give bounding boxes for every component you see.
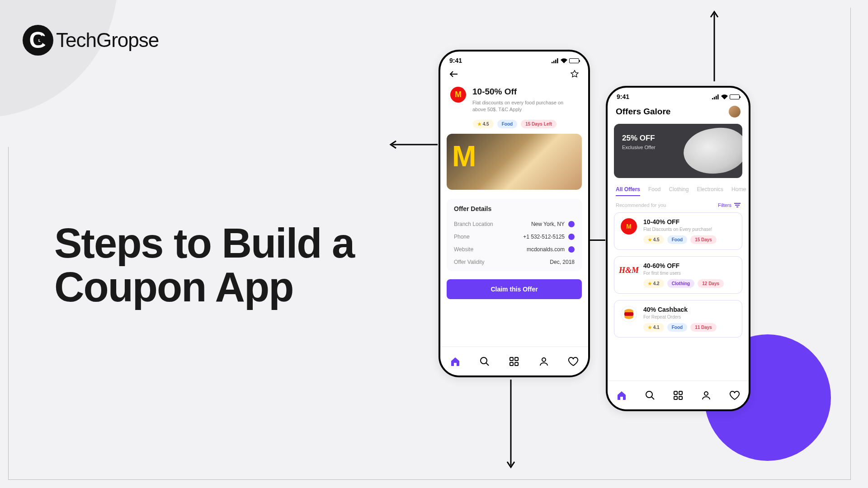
svg-rect-24 xyxy=(624,312,633,316)
card-title: 40% Cashback xyxy=(643,306,736,313)
category-chip: Food xyxy=(667,323,687,332)
brand-logo: G TechGropse xyxy=(23,25,159,56)
arrow-down-icon xyxy=(506,380,515,470)
svg-line-26 xyxy=(651,397,654,399)
svg-line-9 xyxy=(486,363,489,366)
status-icons xyxy=(712,94,740,99)
offer-card[interactable]: 40% Cashback For Repeat Orders 4.1 Food … xyxy=(614,300,742,338)
offer-hero-image: M xyxy=(447,134,582,190)
tab-all-offers[interactable]: All Offers xyxy=(616,186,640,196)
wifi-icon xyxy=(721,94,728,99)
tab-home[interactable]: Home xyxy=(731,186,746,196)
status-time: 9:41 xyxy=(449,57,462,64)
offer-details-card: Offer Details Branch LocationNew York, N… xyxy=(447,199,582,271)
svg-rect-28 xyxy=(679,391,682,394)
status-icons xyxy=(552,58,579,63)
svg-rect-11 xyxy=(515,357,518,361)
back-icon[interactable] xyxy=(449,70,458,80)
search-icon[interactable] xyxy=(479,356,490,367)
offer-chips: 4.5 Food 15 Days Left xyxy=(440,118,588,134)
bottom-tabbar xyxy=(440,347,588,375)
claim-offer-button[interactable]: Claim this Offer xyxy=(447,279,582,299)
offer-subtitle: Flat discounts on every food purchase on… xyxy=(472,99,567,113)
svg-rect-13 xyxy=(515,362,518,366)
signal-icon xyxy=(712,94,719,99)
signal-icon xyxy=(552,58,559,63)
link-icon[interactable] xyxy=(568,246,575,253)
tab-electronics[interactable]: Electronics xyxy=(697,186,723,196)
svg-point-25 xyxy=(646,391,652,398)
expiry-chip: 11 Days xyxy=(690,323,717,332)
headline-line-1: Steps to Build a xyxy=(54,221,354,265)
detail-value: mcdonalds.com xyxy=(527,246,565,253)
screen-topbar xyxy=(440,66,588,87)
phone-icon[interactable] xyxy=(568,234,575,240)
svg-rect-30 xyxy=(679,396,682,399)
svg-rect-4 xyxy=(553,61,555,63)
svg-rect-27 xyxy=(674,391,677,394)
category-chip: Food xyxy=(667,235,687,244)
detail-value: +1 532-512-5125 xyxy=(523,234,565,240)
card-subtitle: Flat Discounts on Every purchase! xyxy=(643,227,736,232)
banner-image xyxy=(681,124,742,178)
grid-icon[interactable] xyxy=(673,390,684,401)
svg-point-31 xyxy=(704,392,708,395)
rating-chip: 4.5 xyxy=(473,120,494,128)
location-icon[interactable] xyxy=(568,221,575,227)
rating-chip: 4.2 xyxy=(643,279,664,288)
phone-offers-list: 9:41 Offers Galore 25% OFF Exclusive Off… xyxy=(606,86,750,411)
detail-value: Dec, 2018 xyxy=(550,259,575,265)
status-bar: 9:41 xyxy=(608,88,749,102)
expiry-chip: 15 Days Left xyxy=(521,120,557,128)
offer-card[interactable]: M 10-40% OFF Flat Discounts on Every pur… xyxy=(614,212,742,250)
tab-food[interactable]: Food xyxy=(648,186,660,196)
details-heading: Offer Details xyxy=(454,205,575,212)
svg-point-8 xyxy=(481,357,487,364)
phone-offer-detail: 9:41 M 10-50% Off Flat discounts on ever… xyxy=(439,50,590,377)
logo-mark: G xyxy=(23,25,53,56)
battery-icon xyxy=(569,58,579,63)
svg-rect-16 xyxy=(714,97,715,99)
svg-point-14 xyxy=(542,358,546,361)
svg-rect-17 xyxy=(716,96,717,99)
detail-label: Phone xyxy=(454,234,470,240)
rating-chip: 4.5 xyxy=(643,235,664,244)
offer-card[interactable]: H&M 40-60% OFF For first time users 4.2 … xyxy=(614,256,742,294)
bottom-tabbar xyxy=(608,380,749,409)
card-title: 10-40% OFF xyxy=(643,218,736,225)
category-chip: Clothing xyxy=(667,279,695,288)
avatar[interactable] xyxy=(729,106,741,117)
recommended-label: Recommended for you xyxy=(616,202,666,208)
svg-rect-12 xyxy=(510,362,513,366)
heart-icon[interactable] xyxy=(729,390,740,401)
tab-clothing[interactable]: Clothing xyxy=(669,186,689,196)
merchant-logo: H&M xyxy=(621,262,637,278)
category-chip: Food xyxy=(497,120,517,128)
svg-rect-29 xyxy=(674,396,677,399)
logo-text: TechGropse xyxy=(56,29,159,52)
home-icon[interactable] xyxy=(450,356,461,367)
home-icon[interactable] xyxy=(616,390,627,401)
screen-title: Offers Galore xyxy=(616,107,670,117)
card-subtitle: For first time users xyxy=(643,271,736,276)
status-bar: 9:41 xyxy=(440,52,588,66)
detail-row: Websitemcdonalds.com xyxy=(454,243,575,256)
favorite-icon[interactable] xyxy=(570,70,579,80)
heart-icon[interactable] xyxy=(568,356,579,367)
profile-icon[interactable] xyxy=(701,390,712,401)
detail-label: Offer Validity xyxy=(454,259,485,265)
screen-header: Offers Galore xyxy=(608,102,749,124)
filter-icon xyxy=(734,202,741,208)
merchant-logo xyxy=(621,306,637,322)
svg-rect-6 xyxy=(557,58,558,63)
svg-rect-5 xyxy=(555,60,557,63)
grid-icon[interactable] xyxy=(509,356,519,367)
profile-icon[interactable] xyxy=(538,356,549,367)
search-icon[interactable] xyxy=(645,390,656,401)
detail-row: Branch LocationNew York, NY xyxy=(454,218,575,230)
promo-banner[interactable]: 25% OFF Exclusive Offer xyxy=(614,124,742,178)
page-title: Steps to Build a Coupon App xyxy=(54,221,354,309)
svg-rect-3 xyxy=(552,62,553,63)
brand-row: M 10-50% Off Flat discounts on every foo… xyxy=(440,87,588,118)
filters-button[interactable]: Filters xyxy=(718,202,741,208)
